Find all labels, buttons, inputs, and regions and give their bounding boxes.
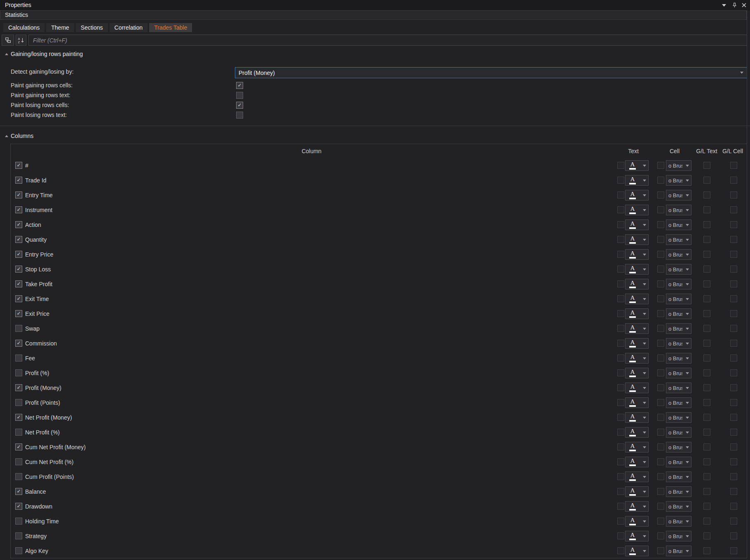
gl-cell-checkbox[interactable] xyxy=(730,266,737,273)
column-visible-checkbox[interactable]: ✓ xyxy=(15,488,22,495)
tab-calculations[interactable]: Calculations xyxy=(3,23,45,32)
column-visible-checkbox[interactable] xyxy=(15,518,22,525)
text-font-color-dropdown[interactable]: A xyxy=(625,249,649,260)
gl-cell-checkbox[interactable] xyxy=(730,206,737,213)
text-color-enable-checkbox[interactable] xyxy=(617,251,624,258)
gl-text-checkbox[interactable] xyxy=(703,280,710,287)
categorize-button[interactable] xyxy=(2,35,14,46)
text-color-enable-checkbox[interactable] xyxy=(617,369,624,376)
gl-text-checkbox[interactable] xyxy=(703,251,710,258)
cell-brush-dropdown[interactable]: o Brus xyxy=(666,264,691,275)
gl-text-checkbox[interactable] xyxy=(703,399,710,406)
gl-text-checkbox[interactable] xyxy=(703,191,710,198)
cell-brush-enable-checkbox[interactable] xyxy=(657,310,664,317)
text-color-enable-checkbox[interactable] xyxy=(617,236,624,243)
gl-text-checkbox[interactable] xyxy=(703,532,710,539)
text-color-enable-checkbox[interactable] xyxy=(617,177,624,184)
text-font-color-dropdown[interactable]: A xyxy=(625,234,649,245)
cell-brush-enable-checkbox[interactable] xyxy=(657,399,664,406)
cell-brush-enable-checkbox[interactable] xyxy=(657,429,664,436)
column-visible-checkbox[interactable] xyxy=(15,399,22,406)
gl-cell-checkbox[interactable] xyxy=(730,177,737,184)
cell-brush-dropdown[interactable]: o Brus xyxy=(666,442,691,453)
cell-brush-dropdown[interactable]: o Brus xyxy=(666,427,691,438)
gl-text-checkbox[interactable] xyxy=(703,488,710,495)
text-color-enable-checkbox[interactable] xyxy=(617,443,624,450)
cell-brush-dropdown[interactable]: o Brus xyxy=(666,279,691,289)
cell-brush-enable-checkbox[interactable] xyxy=(657,488,664,495)
gl-text-checkbox[interactable] xyxy=(703,414,710,421)
text-color-enable-checkbox[interactable] xyxy=(617,266,624,273)
text-color-enable-checkbox[interactable] xyxy=(617,206,624,213)
cell-brush-dropdown[interactable]: o Brus xyxy=(666,160,691,171)
text-font-color-dropdown[interactable]: A xyxy=(625,546,649,556)
gl-cell-checkbox[interactable] xyxy=(730,458,737,465)
gl-text-checkbox[interactable] xyxy=(703,162,710,169)
column-visible-checkbox[interactable] xyxy=(15,429,22,436)
gl-text-checkbox[interactable] xyxy=(703,310,710,317)
text-color-enable-checkbox[interactable] xyxy=(617,162,624,169)
column-visible-checkbox[interactable]: ✓ xyxy=(15,310,22,317)
cell-brush-dropdown[interactable]: o Brus xyxy=(666,412,691,423)
window-position-icon[interactable] xyxy=(720,2,728,9)
gl-cell-checkbox[interactable] xyxy=(730,429,737,436)
paint-losing-cells-checkbox[interactable]: ✓ xyxy=(236,102,243,109)
cell-brush-dropdown[interactable]: o Brus xyxy=(666,249,691,260)
cell-brush-dropdown[interactable]: o Brus xyxy=(666,234,691,245)
cell-brush-enable-checkbox[interactable] xyxy=(657,191,664,198)
gl-cell-checkbox[interactable] xyxy=(730,488,737,495)
text-color-enable-checkbox[interactable] xyxy=(617,518,624,525)
gl-text-checkbox[interactable] xyxy=(703,443,710,450)
cell-brush-dropdown[interactable]: o Brus xyxy=(666,516,691,527)
cell-brush-dropdown[interactable]: o Brus xyxy=(666,368,691,378)
cell-brush-enable-checkbox[interactable] xyxy=(657,325,664,332)
text-font-color-dropdown[interactable]: A xyxy=(625,219,649,230)
column-visible-checkbox[interactable]: ✓ xyxy=(15,221,22,228)
gl-cell-checkbox[interactable] xyxy=(730,340,737,347)
gl-cell-checkbox[interactable] xyxy=(730,503,737,510)
text-font-color-dropdown[interactable]: A xyxy=(625,412,649,423)
cell-brush-enable-checkbox[interactable] xyxy=(657,221,664,228)
gl-text-checkbox[interactable] xyxy=(703,325,710,332)
text-color-enable-checkbox[interactable] xyxy=(617,355,624,362)
sort-alphabetical-button[interactable]: A Z xyxy=(16,35,26,46)
text-font-color-dropdown[interactable]: A xyxy=(625,264,649,275)
gl-text-checkbox[interactable] xyxy=(703,177,710,184)
cell-brush-dropdown[interactable]: o Brus xyxy=(666,471,691,482)
gl-cell-checkbox[interactable] xyxy=(730,414,737,421)
text-font-color-dropdown[interactable]: A xyxy=(625,175,649,186)
statistics-object-bar[interactable]: Statistics xyxy=(0,10,747,20)
column-visible-checkbox[interactable]: ✓ xyxy=(15,236,22,243)
text-color-enable-checkbox[interactable] xyxy=(617,503,624,510)
text-color-enable-checkbox[interactable] xyxy=(617,532,624,539)
text-color-enable-checkbox[interactable] xyxy=(617,325,624,332)
cell-brush-enable-checkbox[interactable] xyxy=(657,251,664,258)
gl-cell-checkbox[interactable] xyxy=(730,162,737,169)
column-visible-checkbox[interactable]: ✓ xyxy=(15,177,22,184)
column-visible-checkbox[interactable] xyxy=(15,532,22,539)
cell-brush-enable-checkbox[interactable] xyxy=(657,532,664,539)
cell-brush-dropdown[interactable]: o Brus xyxy=(666,175,691,186)
gl-text-checkbox[interactable] xyxy=(703,355,710,362)
text-color-enable-checkbox[interactable] xyxy=(617,488,624,495)
pin-icon[interactable] xyxy=(731,2,738,9)
gl-cell-checkbox[interactable] xyxy=(730,518,737,525)
cell-brush-dropdown[interactable]: o Brus xyxy=(666,190,691,201)
text-font-color-dropdown[interactable]: A xyxy=(625,368,649,378)
cell-brush-enable-checkbox[interactable] xyxy=(657,414,664,421)
text-font-color-dropdown[interactable]: A xyxy=(625,531,649,541)
gl-cell-checkbox[interactable] xyxy=(730,325,737,332)
column-visible-checkbox[interactable]: ✓ xyxy=(15,414,22,421)
gl-cell-checkbox[interactable] xyxy=(730,369,737,376)
text-font-color-dropdown[interactable]: A xyxy=(625,338,649,349)
gl-cell-checkbox[interactable] xyxy=(730,221,737,228)
cell-brush-enable-checkbox[interactable] xyxy=(657,547,664,554)
text-font-color-dropdown[interactable]: A xyxy=(625,190,649,201)
text-font-color-dropdown[interactable]: A xyxy=(625,397,649,408)
tab-theme[interactable]: Theme xyxy=(46,23,74,32)
text-font-color-dropdown[interactable]: A xyxy=(625,308,649,319)
cell-brush-enable-checkbox[interactable] xyxy=(657,355,664,362)
cell-brush-enable-checkbox[interactable] xyxy=(657,443,664,450)
text-color-enable-checkbox[interactable] xyxy=(617,399,624,406)
gl-text-checkbox[interactable] xyxy=(703,547,710,554)
